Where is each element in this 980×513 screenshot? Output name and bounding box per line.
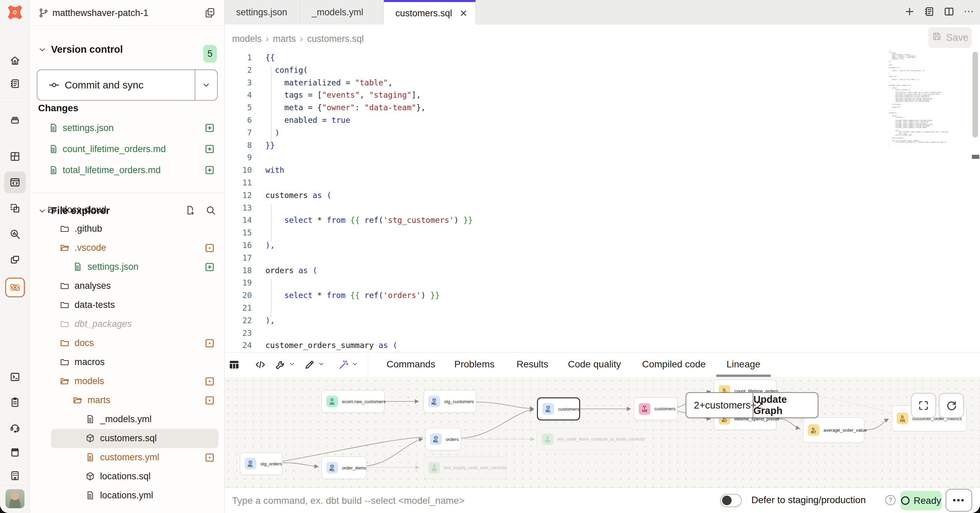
lineage-node-ecom-raw_customers[interactable]: SRCecom.raw_customers: [321, 390, 385, 413]
clipboard-icon[interactable]: [4, 391, 26, 413]
help-icon[interactable]: ?: [885, 495, 896, 505]
tree-item-macros[interactable]: macros: [30, 353, 224, 371]
lineage-node-stg_orders[interactable]: MDLstg_orders: [240, 453, 282, 475]
code-line: 13: [224, 203, 888, 216]
code-editor-icon[interactable]: [4, 172, 26, 193]
lineage-node-test_order_items_compute_to_bools_correctly[interactable]: TSTtest_order_items_compute_to_bools_cor…: [537, 428, 633, 450]
copy-branch-icon[interactable]: [204, 7, 216, 19]
outline-icon[interactable]: [924, 6, 935, 19]
refresh-button[interactable]: [939, 393, 964, 418]
tree-item--models-yml[interactable]: _models.yml: [30, 411, 224, 428]
breadcrumb-segment[interactable]: models: [232, 34, 262, 44]
save-button[interactable]: Save: [928, 27, 972, 48]
tree-item--vscode[interactable]: .vscode: [30, 239, 224, 257]
changed-file-row[interactable]: total_lifetime_orders.md: [30, 161, 224, 179]
home-icon[interactable]: [4, 50, 26, 71]
editor-tab-_models-yml[interactable]: _models.yml: [300, 0, 384, 24]
panel-tab-results[interactable]: Results: [517, 359, 548, 370]
modified-badge-icon[interactable]: [204, 338, 215, 349]
stage-file-icon[interactable]: [204, 165, 215, 176]
results-table-icon[interactable]: [228, 359, 240, 370]
lineage-node-customers[interactable]: MDLcustomers: [537, 397, 580, 421]
modified-badge-icon[interactable]: [204, 452, 215, 463]
dashboard-grid-icon[interactable]: [4, 146, 26, 167]
update-graph-button[interactable]: Update Graph: [753, 393, 818, 418]
new-tab-icon[interactable]: [904, 6, 915, 19]
chevron-down-icon[interactable]: [351, 360, 359, 369]
lineage-node-stg_customers[interactable]: MDLstg_customers: [424, 390, 476, 413]
panel-tab-commands[interactable]: Commands: [387, 359, 435, 370]
format-pen-icon[interactable]: [304, 359, 325, 370]
modified-badge-icon[interactable]: [204, 395, 215, 406]
modified-badge-icon[interactable]: [204, 243, 215, 253]
windows-icon[interactable]: [4, 249, 26, 271]
chevron-down-icon[interactable]: [288, 360, 296, 369]
version-control-header[interactable]: Version control 5: [30, 40, 224, 59]
more-icon[interactable]: [963, 6, 975, 19]
lineage-node-order_items[interactable]: MDLorder_items: [321, 457, 366, 479]
panel-tab-code-quality[interactable]: Code quality: [568, 359, 621, 370]
explore-search-icon[interactable]: [4, 223, 26, 245]
tree-item-docs[interactable]: docs: [30, 334, 224, 352]
status-badge[interactable]: Ready: [900, 491, 942, 510]
lineage-node-orders[interactable]: MDLorders: [425, 428, 461, 450]
close-tab-icon[interactable]: ✕: [460, 8, 468, 19]
panel-tab-compiled-code[interactable]: Compiled code: [642, 359, 706, 370]
lineage-node-customers[interactable]: SEMcustomers: [634, 397, 678, 420]
tree-item-customers-sql[interactable]: customers.sql: [30, 430, 224, 447]
tree-item-analyses[interactable]: analyses: [30, 277, 224, 295]
terminal-icon[interactable]: [4, 366, 26, 388]
lineage-node-average_order_value[interactable]: METaverage_order_value: [803, 418, 864, 443]
notebook-icon[interactable]: [4, 73, 26, 95]
panel-tab-problems[interactable]: Problems: [454, 359, 495, 370]
code-line: 18orders as (: [224, 266, 888, 279]
modified-badge-icon[interactable]: [204, 376, 215, 387]
lineage-node-test_supply_costs_sum_correctly[interactable]: TSTtest_supply_costs_sum_correctly: [424, 457, 507, 479]
tree-item-locations-sql[interactable]: locations.sql: [30, 468, 224, 486]
tree-item-marts[interactable]: marts: [30, 392, 224, 409]
breadcrumb-segment[interactable]: marts: [273, 34, 296, 44]
commit-and-sync-button[interactable]: Commit and sync: [37, 69, 218, 101]
tree-item-docs-cloud[interactable]: docs-cloud: [30, 201, 224, 219]
headset-icon[interactable]: [4, 416, 26, 438]
breadcrumb-segment[interactable]: customers.sql: [307, 34, 364, 44]
ai-wand-icon[interactable]: [337, 359, 359, 370]
tree-item-models[interactable]: models: [30, 373, 224, 390]
line-number: 12: [224, 191, 252, 200]
changed-file-row[interactable]: settings.json: [30, 119, 224, 137]
lineage-selector-input[interactable]: 2+customers+2: [686, 393, 753, 418]
split-icon[interactable]: [943, 6, 955, 19]
stage-file-icon[interactable]: [204, 122, 215, 133]
stage-file-icon[interactable]: [204, 144, 215, 154]
build-wrench-icon[interactable]: [275, 359, 296, 370]
more-options-button[interactable]: •••: [946, 489, 972, 511]
tree-item--github[interactable]: .github: [30, 220, 224, 238]
tree-item-settings-json[interactable]: settings.json: [30, 258, 224, 276]
added-badge-icon[interactable]: [204, 262, 215, 273]
fullscreen-button[interactable]: [911, 393, 936, 418]
editor-scrollbar[interactable]: [972, 52, 978, 137]
dbt-logo-icon[interactable]: [7, 5, 23, 20]
tree-item-dbt-packages[interactable]: dbt_packages: [30, 315, 224, 333]
editor-tab-settings-json[interactable]: settings.json: [224, 0, 300, 24]
chevron-down-icon[interactable]: [318, 360, 325, 369]
changed-file-row[interactable]: count_lifetime_orders.md: [30, 140, 224, 158]
drawers-icon[interactable]: [4, 109, 26, 131]
building-icon[interactable]: [4, 465, 26, 486]
command-input[interactable]: Type a command, ex. dbt build --select <…: [232, 495, 465, 506]
defer-toggle[interactable]: [720, 494, 742, 507]
code-editor[interactable]: 1{{2 config(3 materialized = "table",4 t…: [224, 52, 888, 352]
lineage-canvas[interactable]: SRCecom.raw_customersMDLstg_customersMDL…: [224, 377, 980, 488]
compile-code-icon[interactable]: [255, 359, 266, 370]
book-icon[interactable]: [4, 442, 26, 463]
tree-item-data-tests[interactable]: data-tests: [30, 296, 224, 314]
user-avatar[interactable]: [5, 489, 24, 508]
editor-tab-customers-sql[interactable]: customers.sql✕: [384, 0, 476, 25]
tree-item-customers-yml[interactable]: customers.yml: [30, 449, 224, 466]
minimap[interactable]: {{ config( materialized = "table", tags …: [889, 51, 955, 146]
panel-tab-lineage[interactable]: Lineage: [727, 359, 760, 370]
copilot-icon[interactable]: [5, 278, 25, 297]
canvas-icon[interactable]: [4, 197, 26, 219]
tree-item-locations-yml[interactable]: locations.yml: [30, 487, 224, 505]
commit-options-caret[interactable]: [195, 70, 217, 100]
